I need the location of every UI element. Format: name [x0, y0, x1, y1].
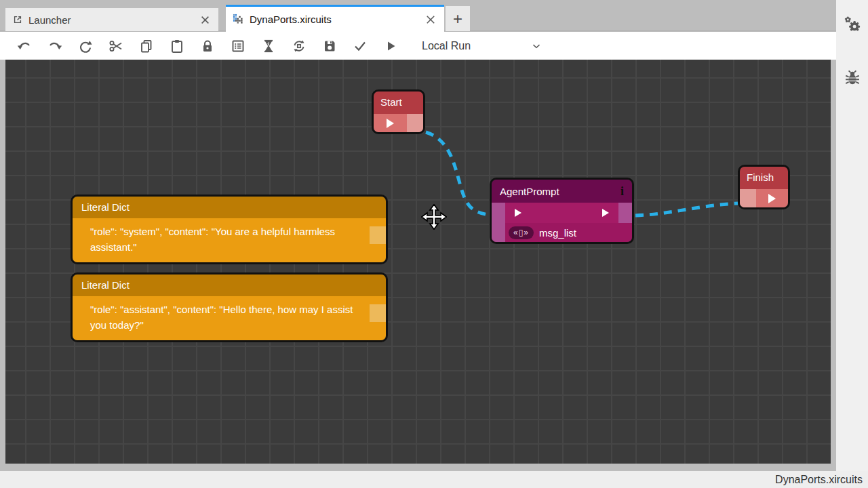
- port-out-literal-assistant[interactable]: [370, 304, 386, 322]
- port-msg-list-label: msg_list: [539, 227, 576, 239]
- link-start-to-agentprompt[interactable]: [426, 132, 489, 215]
- debug-bug-icon[interactable]: [842, 68, 863, 88]
- port-out-agentprompt-flow[interactable]: [618, 203, 632, 223]
- sleep-hourglass-icon[interactable]: [260, 37, 277, 55]
- new-tab-button[interactable]: +: [446, 6, 470, 31]
- node-start-title: Start: [380, 96, 402, 108]
- tab-dynaports-close-icon[interactable]: [424, 13, 437, 26]
- node-finish-title: Finish: [747, 171, 774, 183]
- reload-node-icon[interactable]: [290, 37, 308, 55]
- port-out-literal-system[interactable]: [370, 226, 386, 244]
- dynalist-badge: «▯»: [509, 226, 534, 239]
- paste-icon[interactable]: [168, 37, 186, 55]
- statusbar-filename: DynaPorts.xircuits: [775, 474, 863, 486]
- diagram-canvas[interactable]: Start Literal Dict "role": "system", "co…: [5, 60, 831, 464]
- settings-gears-icon[interactable]: [842, 15, 863, 35]
- port-out-start[interactable]: [407, 114, 423, 132]
- tab-dynaports-label: DynaPorts.xircuits: [250, 14, 424, 25]
- node-literal-dict-system[interactable]: Literal Dict "role": "system", "content"…: [71, 195, 388, 264]
- compile-check-icon[interactable]: [351, 37, 369, 55]
- lock-icon[interactable]: [199, 37, 216, 55]
- tab-bar: Launcher DynaPorts.xircuits: [0, 0, 836, 31]
- node-start[interactable]: Start: [372, 89, 425, 134]
- node-literal-dict-assistant[interactable]: Literal Dict "role": "assistant", "conte…: [71, 272, 388, 342]
- save-icon[interactable]: [321, 37, 338, 55]
- node-literal-dict-system-value: "role": "system", "content": "You are a …: [90, 226, 335, 253]
- tab-dynaports[interactable]: DynaPorts.xircuits: [226, 5, 444, 32]
- run-icon[interactable]: [382, 37, 399, 55]
- tab-launcher-label: Launcher: [28, 14, 198, 26]
- flow-out-arrow-icon: [602, 209, 609, 217]
- toolbar: Local Run: [0, 32, 836, 60]
- tab-launcher-close-icon[interactable]: [198, 13, 212, 26]
- port-in-finish[interactable]: [740, 189, 756, 207]
- run-mode-select[interactable]: Local Run: [422, 40, 542, 52]
- flow-in-arrow-icon: [515, 209, 521, 217]
- xircuits-file-icon: [233, 14, 244, 25]
- node-finish[interactable]: Finish: [738, 165, 790, 209]
- node-literal-dict-assistant-value: "role": "assistant", "content": "Hello t…: [90, 304, 353, 331]
- launcher-icon: [12, 14, 23, 25]
- chevron-down-icon: [530, 40, 542, 52]
- undo-icon[interactable]: [16, 37, 33, 55]
- reload-icon[interactable]: [77, 37, 94, 55]
- node-agentprompt[interactable]: AgentPrompt i «▯» msg_list: [490, 178, 634, 244]
- port-in-agentprompt-msg-list[interactable]: [492, 223, 505, 242]
- port-in-agentprompt-flow[interactable]: [492, 203, 505, 223]
- info-icon[interactable]: i: [620, 185, 624, 197]
- move-cursor-icon: [421, 204, 447, 230]
- flow-out-arrow-icon: [374, 114, 407, 132]
- log-icon[interactable]: [229, 37, 247, 55]
- xircuits-app: Launcher DynaPorts.xircuits: [0, 0, 868, 488]
- node-literal-dict-system-title: Literal Dict: [81, 201, 130, 213]
- copy-icon[interactable]: [138, 37, 155, 55]
- plus-icon: +: [453, 9, 462, 28]
- right-sidebar: [836, 0, 868, 471]
- node-agentprompt-title: AgentPrompt: [500, 186, 559, 197]
- flow-in-arrow-icon: [756, 189, 788, 207]
- redo-icon[interactable]: [46, 37, 64, 55]
- cut-icon[interactable]: [107, 37, 125, 55]
- node-literal-dict-assistant-title: Literal Dict: [81, 279, 130, 291]
- run-mode-value: Local Run: [422, 40, 471, 52]
- link-agentprompt-to-finish[interactable]: [635, 203, 738, 216]
- status-bar: DynaPorts.xircuits: [0, 471, 868, 488]
- tab-launcher[interactable]: Launcher: [5, 8, 218, 31]
